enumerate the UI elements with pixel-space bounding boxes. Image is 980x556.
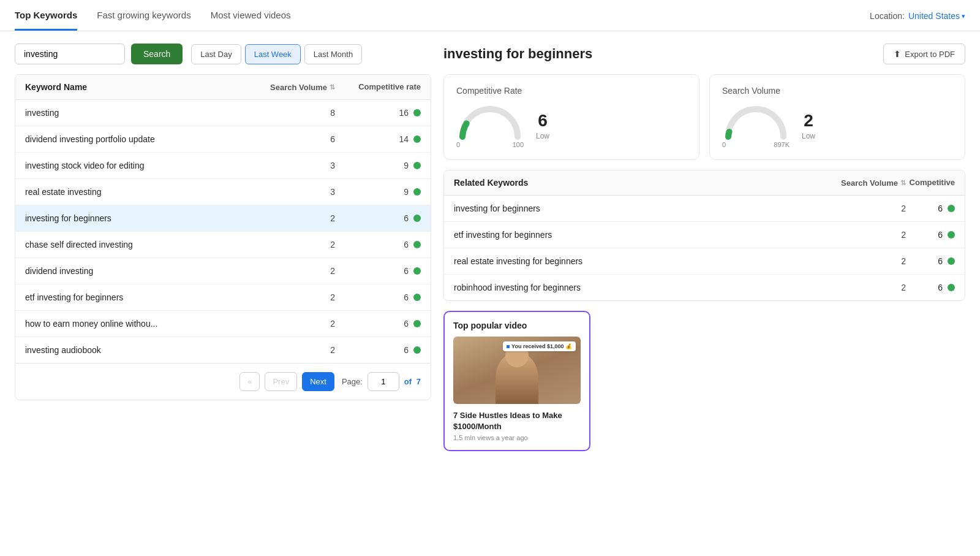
- competitive-rate-label: Low: [536, 132, 549, 140]
- keyword-name: investing stock video for editing: [25, 161, 249, 170]
- competitive-rate-title: Competitive Rate: [456, 86, 687, 96]
- location-value[interactable]: United States ▾: [908, 11, 965, 21]
- rate-dot: [413, 135, 421, 143]
- table-row[interactable]: how to earn money online withou... 2 6: [15, 311, 431, 337]
- related-keyword-name: investing for beginners: [454, 204, 832, 213]
- search-volume-value-block: 2 Low: [802, 111, 815, 140]
- keyword-name: how to earn money online withou...: [25, 319, 249, 329]
- related-volume-col: Search Volume ⇅: [832, 178, 906, 188]
- table-row[interactable]: investing for beginners 2 6: [15, 205, 431, 232]
- related-keyword-name: etf investing for beginners: [454, 230, 832, 240]
- related-rate-val: 6: [906, 256, 955, 266]
- keyword-volume: 3: [249, 161, 335, 170]
- keyword-name: investing for beginners: [25, 213, 249, 223]
- video-thumbnail[interactable]: You received $1,000 💰: [453, 337, 581, 404]
- related-rate-dot: [948, 257, 955, 265]
- keyword-volume: 3: [249, 187, 335, 197]
- keyword-volume: 2: [249, 319, 335, 329]
- competitive-rate-gauge: 0 100 6 Low: [456, 103, 687, 148]
- filter-last-day[interactable]: Last Day: [191, 44, 241, 64]
- keyword-name: chase self directed investing: [25, 240, 249, 249]
- rate-dot: [413, 241, 421, 248]
- search-volume-gauge-labels: 0 897K: [722, 141, 790, 148]
- related-rate-dot: [948, 231, 955, 238]
- rate-dot: [413, 294, 421, 301]
- search-volume-value: 2: [802, 111, 815, 131]
- related-row[interactable]: investing for beginners 2 6: [444, 196, 965, 222]
- table-header: Keyword Name Search Volume ⇅ Competitive…: [15, 75, 431, 100]
- keyword-name: dividend investing portfolio update: [25, 134, 249, 144]
- table-row[interactable]: investing audiobook 2 6: [15, 337, 431, 363]
- export-pdf-button[interactable]: ⬆ Export to PDF: [883, 44, 965, 64]
- location-selector: Location: United States ▾: [870, 11, 965, 29]
- table-row[interactable]: investing stock video for editing 3 9: [15, 153, 431, 179]
- competitive-rate-value-block: 6 Low: [536, 111, 549, 140]
- page-label: Page:: [342, 377, 363, 386]
- rate-dot: [413, 346, 421, 354]
- keyword-rate: 14: [335, 134, 421, 144]
- related-rate-dot: [948, 205, 955, 212]
- volume-sort-icon[interactable]: ⇅: [330, 83, 335, 91]
- col-volume-header: Search Volume ⇅: [249, 82, 335, 92]
- tab-most-viewed[interactable]: Most viewed videos: [211, 10, 291, 31]
- related-volume-val: 2: [832, 230, 906, 240]
- table-row[interactable]: dividend investing portfolio update 6 14: [15, 126, 431, 153]
- prev-page-button[interactable]: Prev: [265, 372, 297, 391]
- search-volume-card: Search Volume 0 897K: [709, 74, 965, 160]
- keyword-name: dividend investing: [25, 266, 249, 276]
- search-bar: Search Last Day Last Week Last Month: [15, 44, 431, 64]
- table-body: investing 8 16 dividend investing portfo…: [15, 100, 431, 363]
- detail-title: investing for beginners: [443, 46, 592, 62]
- related-row[interactable]: etf investing for beginners 2 6: [444, 222, 965, 248]
- related-rate-val: 6: [906, 230, 955, 240]
- notification-badge: You received $1,000 💰: [503, 341, 576, 351]
- pagination: « Prev Next Page: of 7: [15, 363, 431, 400]
- table-row[interactable]: real estate investing 3 9: [15, 179, 431, 205]
- related-volume-val: 2: [832, 256, 906, 266]
- keyword-volume: 2: [249, 266, 335, 276]
- col-keyword-header: Keyword Name: [25, 82, 249, 92]
- competitive-gauge-svg: [456, 103, 524, 140]
- page-of: of 7: [404, 377, 421, 386]
- filter-last-week[interactable]: Last Week: [245, 44, 301, 64]
- related-row[interactable]: real estate investing for beginners 2 6: [444, 248, 965, 275]
- search-input[interactable]: [15, 44, 125, 64]
- table-row[interactable]: investing 8 16: [15, 100, 431, 126]
- table-row[interactable]: etf investing for beginners 2 6: [15, 284, 431, 311]
- search-volume-gauge: 0 897K 2 Low: [722, 103, 952, 148]
- detail-header: investing for beginners ⬆ Export to PDF: [443, 44, 965, 64]
- filter-last-month[interactable]: Last Month: [304, 44, 362, 64]
- keyword-volume: 2: [249, 345, 335, 355]
- keyword-rate: 9: [335, 161, 421, 170]
- keyword-volume: 2: [249, 213, 335, 223]
- col-rate-header: Competitive rate: [335, 82, 421, 92]
- related-volume-val: 2: [832, 204, 906, 213]
- page-input[interactable]: [368, 372, 399, 391]
- table-row[interactable]: chase self directed investing 2 6: [15, 232, 431, 258]
- search-volume-gauge-svg: [722, 103, 790, 140]
- main-content: Search Last Day Last Week Last Month Key…: [0, 31, 980, 556]
- tab-fast-growing[interactable]: Fast growing keywords: [97, 10, 190, 31]
- search-button[interactable]: Search: [131, 44, 183, 64]
- competitive-rate-card: Competitive Rate: [443, 74, 699, 160]
- metrics-row: Competitive Rate: [443, 74, 965, 160]
- video-card: Top popular video You received $1,000 💰: [443, 311, 590, 451]
- first-page-button[interactable]: «: [239, 372, 260, 391]
- video-meta: 1.5 mln views a year ago: [453, 434, 581, 441]
- related-sort-icon[interactable]: ⇅: [900, 179, 906, 187]
- export-icon: ⬆: [894, 49, 901, 59]
- keyword-rate: 6: [335, 266, 421, 276]
- keyword-rate: 9: [335, 187, 421, 197]
- left-panel: Search Last Day Last Week Last Month Key…: [15, 44, 431, 544]
- keyword-rate: 16: [335, 108, 421, 118]
- keyword-rate: 6: [335, 319, 421, 329]
- next-page-button[interactable]: Next: [302, 372, 334, 391]
- related-row[interactable]: robinhood investing for beginners 2 6: [444, 275, 965, 300]
- keyword-volume: 8: [249, 108, 335, 118]
- keyword-name: etf investing for beginners: [25, 292, 249, 302]
- table-row[interactable]: dividend investing 2 6: [15, 258, 431, 284]
- tab-top-keywords[interactable]: Top Keywords: [15, 10, 77, 31]
- related-keywords-table: Related Keywords Search Volume ⇅ Competi…: [443, 170, 965, 301]
- keyword-name: real estate investing: [25, 187, 249, 197]
- keyword-rate: 6: [335, 213, 421, 223]
